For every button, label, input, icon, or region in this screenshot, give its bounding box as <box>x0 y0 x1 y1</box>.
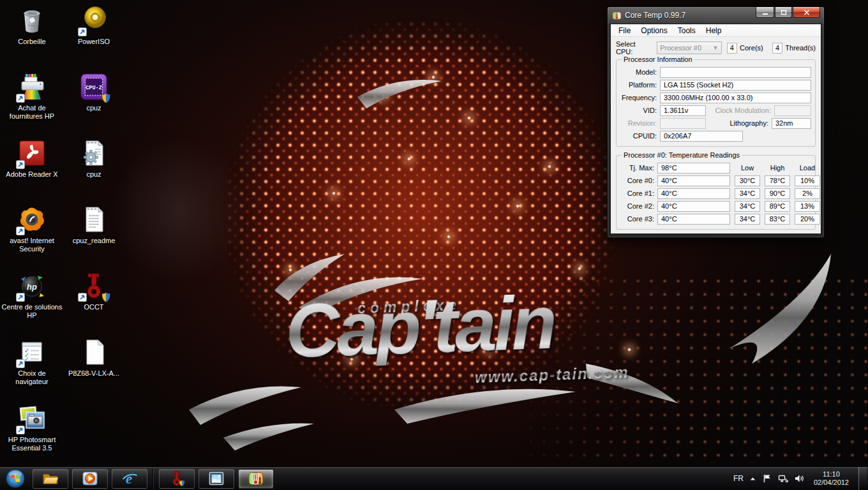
show-desktop-button[interactable] <box>858 467 867 490</box>
network-icon[interactable] <box>778 473 788 484</box>
photosmart-icon <box>17 403 47 434</box>
temperature-readings-group: Processor #0: Temperature Readings Tj. M… <box>616 155 816 230</box>
shortcut-arrow-icon <box>16 160 25 169</box>
cpuz-icon: CPU-Z <box>79 71 109 102</box>
core-0-low-value: 30°C <box>735 175 760 186</box>
maximize-button[interactable] <box>775 7 792 18</box>
core-3-load-value: 20% <box>795 214 820 225</box>
svg-text:hp: hp <box>27 282 37 292</box>
desktop-icon-cpuz[interactable]: CPU-Zcpuz <box>63 71 124 112</box>
platform-label: Platform: <box>620 81 660 89</box>
sparkle <box>350 357 354 361</box>
desktop-icon-label: Achat de fournitures HP <box>1 104 63 121</box>
sparkle <box>486 348 490 352</box>
explorer-icon <box>41 470 59 487</box>
sparkle <box>431 75 435 79</box>
core-1-high-value: 90°C <box>765 188 790 199</box>
taskbar-button-coretemp[interactable] <box>238 469 274 489</box>
sparkle <box>467 116 471 120</box>
desktop-icon-corbeille[interactable]: Corbeille <box>1 5 63 46</box>
platform-value: LGA 1155 (Socket H2) <box>660 80 811 91</box>
taskbar-button-photo-viewer[interactable] <box>198 469 234 489</box>
menu-bar: File Options Tools Help <box>611 24 821 37</box>
menu-help[interactable]: Help <box>701 25 727 36</box>
desktop-icon-label: OCCT <box>84 303 103 311</box>
taskbar-clock[interactable]: 11:10 02/04/2012 <box>810 470 853 487</box>
svg-text:CPU-Z: CPU-Z <box>86 85 102 91</box>
cpu-select-value: Processor #0 <box>660 44 701 52</box>
browser-choice-icon: ✓✓✓ <box>17 337 47 368</box>
menu-options[interactable]: Options <box>636 25 672 36</box>
core-2-high-value: 89°C <box>765 201 790 212</box>
hp-icon: hp <box>17 271 47 301</box>
printer-icon <box>17 71 47 102</box>
cpu-select-dropdown[interactable]: Processor #0 ▼ <box>657 41 721 54</box>
shortcut-arrow-icon <box>78 293 87 302</box>
core-1-low-value: 34°C <box>735 188 760 199</box>
minimize-button[interactable] <box>756 7 774 18</box>
taskbar-button-ie[interactable]: e <box>112 469 147 489</box>
shortcut-arrow-icon <box>16 359 25 368</box>
core-3-label: Core #3: <box>620 215 657 223</box>
window-titlebar[interactable]: Core Temp 0.99.7 <box>610 7 821 24</box>
revision-label: Revision: <box>620 119 660 127</box>
wallpaper-dot-field <box>511 274 868 490</box>
core-2-label: Core #2: <box>620 202 657 210</box>
clock-modulation-value <box>774 105 811 116</box>
desktop-icon-cpuz[interactable]: cpuz <box>63 138 124 179</box>
core-0-label: Core #0: <box>620 177 657 184</box>
clock-date: 02/04/2012 <box>814 479 849 487</box>
tjmax-value: 98°C <box>657 163 730 174</box>
language-indicator[interactable]: FR <box>733 474 744 483</box>
desktop-icon-centre-de-solutions-hp[interactable]: hp Centre de solutions HP <box>1 271 63 320</box>
start-button[interactable] <box>4 468 26 489</box>
select-cpu-row: Select CPU: Processor #0 ▼ 4 Core(s) 4 T… <box>616 41 816 55</box>
core-2-low-value: 34°C <box>735 201 760 212</box>
show-hidden-icons-button[interactable] <box>749 475 756 482</box>
load-column-header: Load <box>795 164 820 172</box>
action-center-flag-icon[interactable] <box>762 473 772 484</box>
core-0-high-value: 78°C <box>765 175 790 186</box>
core-1-load-value: 2% <box>795 188 820 199</box>
lithography-label: Lithography: <box>706 119 772 127</box>
coretemp-icon <box>247 470 265 487</box>
menu-file[interactable]: File <box>613 25 636 36</box>
desktop-icon-poweriso[interactable]: PowerISO <box>63 5 124 46</box>
core-3-temp-value: 40°C <box>657 214 730 225</box>
core-3-high-value: 83°C <box>765 214 790 225</box>
desktop-icon-label: cpuz <box>86 104 101 112</box>
core-1-label: Core #1: <box>620 189 657 197</box>
sparkle <box>578 267 581 271</box>
core-2-load-value: 13% <box>795 201 820 212</box>
desktop-icon-achat-de-fournitures-hp[interactable]: Achat de fournitures HP <box>1 71 63 121</box>
occt-icon <box>168 470 186 487</box>
taskbar-button-wmp[interactable] <box>72 469 108 489</box>
processor-information-group: Processor Information Model: Platform: L… <box>616 59 816 147</box>
low-column-header: Low <box>735 164 760 172</box>
close-button[interactable] <box>793 7 820 18</box>
desktop-icon-avast-internet-security[interactable]: avast! Internet Security <box>1 204 63 253</box>
taskbar-button-occt[interactable] <box>159 469 195 489</box>
desktop-icon-adobe-reader-x[interactable]: Adobe Reader X <box>1 138 63 179</box>
menu-tools[interactable]: Tools <box>673 25 701 36</box>
cores-count-box: 4 <box>727 43 738 54</box>
threads-count-box: 4 <box>772 43 783 54</box>
desktop-icon-p8z68-v-lx-a[interactable]: P8Z68-V-LX-A... <box>63 337 124 378</box>
core-0-load-value: 10% <box>795 175 820 186</box>
avast-icon <box>17 204 47 235</box>
core-0-temp-value: 40°C <box>657 175 730 186</box>
desktop-icon-hp-photosmart-essential-3-5[interactable]: HP Photosmart Essential 3.5 <box>1 403 63 452</box>
core-2-row: Core #2:40°C34°C89°C13% <box>620 200 811 212</box>
desktop-icon-cpuz-readme[interactable]: cpuz_readme <box>63 204 124 245</box>
frequency-label: Frequency: <box>620 94 660 101</box>
volume-icon[interactable] <box>794 473 804 484</box>
disc-icon <box>79 5 109 36</box>
sparkle <box>447 235 451 239</box>
taskbar-button-explorer[interactable] <box>33 469 68 489</box>
model-value <box>660 67 811 78</box>
desktop-icon-label: PowerISO <box>78 38 110 46</box>
core-3-row: Core #3:40°C34°C83°C20% <box>620 212 811 225</box>
desktop-icon-occt[interactable]: OCCT <box>63 271 124 311</box>
desktop-icon-choix-de-navigateur[interactable]: ✓✓✓Choix de navigateur <box>1 337 63 386</box>
uac-shield-icon <box>101 292 110 302</box>
